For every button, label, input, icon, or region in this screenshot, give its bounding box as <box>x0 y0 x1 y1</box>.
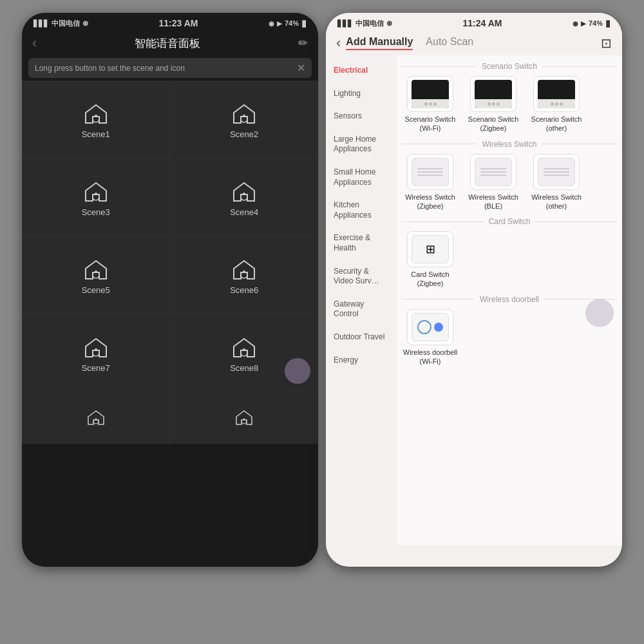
right-nav-bar: ‹ Add Manually Auto Scan ⊡ <box>326 31 622 55</box>
device-card-zigbee[interactable]: ⊞ Card Switch (Zigbee) <box>402 231 459 289</box>
scene7-icon <box>84 336 108 358</box>
divider-line-right <box>542 66 617 67</box>
category-small-home[interactable]: Small Home Appliances <box>326 161 397 194</box>
scene-cell-8[interactable]: Scene8 <box>171 314 319 392</box>
scenario-other-img <box>533 76 580 112</box>
edit-button[interactable]: ✏ <box>298 36 308 50</box>
scene5-icon <box>84 258 108 280</box>
wireless-other-img <box>533 154 580 190</box>
scenario-other-label: Scenario Switch (other) <box>528 115 585 133</box>
scene10-icon <box>235 409 253 428</box>
scene4-icon <box>232 180 256 202</box>
scenario-zigbee-bottom <box>475 99 512 108</box>
scenario-wifi-visual <box>412 80 449 108</box>
scene-cell-4[interactable]: Scene4 <box>171 158 319 236</box>
category-list: Electrical Lighting Sensors Large Home A… <box>326 55 397 545</box>
category-electrical[interactable]: Electrical <box>326 59 397 82</box>
ws-divider-right <box>542 144 617 144</box>
wireless-switch-label: Wireless Switch <box>482 140 537 149</box>
category-gateway[interactable]: Gateway Control <box>326 293 397 326</box>
svg-point-8 <box>95 419 97 421</box>
scene-grid: Scene1 Scene2 <box>22 80 318 444</box>
category-security[interactable]: Security & Video Surv… <box>326 260 397 293</box>
wireless-zigbee-label: Wireless Switch (Zigbee) <box>402 193 459 211</box>
device-panel: Scenario Switch <box>397 55 622 545</box>
right-battery-area: ◉ ▶ 74% ▮ <box>573 18 611 28</box>
wireless-ble-visual <box>475 158 512 186</box>
signal2-icon: ▶ <box>277 20 282 27</box>
svg-point-6 <box>95 348 97 351</box>
category-exercise[interactable]: Exercise & Health <box>326 227 397 260</box>
card-switch-label: Card Switch <box>489 217 531 226</box>
ws-line-8 <box>544 171 569 173</box>
screenshot-container: ▋▋▋ 中国电信 ⊛ 11:23 AM ◉ ▶ 74% ▮ ‹ 智能语音面板 ✏… <box>0 0 644 644</box>
scene-cell-6[interactable]: Scene6 <box>171 236 319 314</box>
sw-dot-6 <box>497 102 500 106</box>
svg-point-0 <box>95 115 97 117</box>
scene-cell-2[interactable]: Scene2 <box>171 80 319 158</box>
left-phone: ▋▋▋ 中国电信 ⊛ 11:23 AM ◉ ▶ 74% ▮ ‹ 智能语音面板 ✏… <box>22 13 318 567</box>
signal-icon-r: ▋▋▋ <box>337 20 353 27</box>
category-energy[interactable]: Energy <box>326 349 397 372</box>
back-button[interactable]: ‹ <box>32 35 37 52</box>
scene-cell-9[interactable] <box>22 392 170 444</box>
right-status-bar: ▋▋▋ 中国电信 ⊛ 11:24 AM ◉ ▶ 74% ▮ <box>326 13 622 31</box>
scan-button[interactable]: ⊡ <box>601 35 612 51</box>
scene-cell-1[interactable]: Scene1 <box>22 80 170 158</box>
location-icon: ◉ <box>269 20 274 27</box>
device-wireless-zigbee[interactable]: Wireless Switch (Zigbee) <box>402 154 459 211</box>
scenario-other-bottom <box>538 99 575 108</box>
device-scenario-other[interactable]: Scenario Switch (other) <box>528 76 585 133</box>
tab-add-manually[interactable]: Add Manually <box>346 36 413 50</box>
scene5-label: Scene5 <box>82 285 110 295</box>
category-outdoor[interactable]: Outdoor Travel <box>326 326 397 349</box>
scene4-label: Scene4 <box>230 207 258 217</box>
device-scenario-zigbee[interactable]: Scenario Switch (Zigbee) <box>465 76 522 133</box>
device-wireless-other[interactable]: Wireless Switch (other) <box>528 154 585 211</box>
sw-dot-9 <box>560 102 563 106</box>
svg-point-1 <box>243 115 245 117</box>
wireless-ble-label: Wireless Switch (BLE) <box>465 193 522 211</box>
right-time: 11:24 AM <box>463 18 502 28</box>
doorbell-outer-ring <box>417 320 431 334</box>
carrier-label: 中国电信 <box>52 19 80 28</box>
scene-cell-5[interactable]: Scene5 <box>22 236 170 314</box>
scene-cell-10[interactable] <box>171 392 319 444</box>
sw-dot-7 <box>551 102 554 106</box>
ws-line-3 <box>417 175 443 176</box>
left-battery-area: ◉ ▶ 74% ▮ <box>269 18 307 28</box>
hint-bar: Long press button to set the scene and i… <box>28 58 312 78</box>
right-main-content: Electrical Lighting Sensors Large Home A… <box>326 55 622 545</box>
scenario-other-visual <box>538 80 575 108</box>
svg-point-7 <box>243 348 245 351</box>
scene-cell-7[interactable]: Scene7 <box>22 314 170 392</box>
device-wireless-ble[interactable]: Wireless Switch (BLE) <box>465 154 522 211</box>
scene-cell-3[interactable]: Scene3 <box>22 158 170 236</box>
category-large-home[interactable]: Large Home Appliances <box>326 128 397 161</box>
device-doorbell-wifi[interactable]: Wireless doorbell (Wi-Fi) <box>402 309 459 366</box>
doorbell-inner-dot <box>434 323 443 332</box>
hint-close-button[interactable]: ✕ <box>297 62 305 74</box>
category-sensors[interactable]: Sensors <box>326 105 397 128</box>
device-scenario-wifi[interactable]: Scenario Switch (Wi-Fi) <box>402 76 459 133</box>
left-carrier: ▋▋▋ 中国电信 ⊛ <box>33 19 88 28</box>
category-kitchen[interactable]: Kitchen Appliances <box>326 194 397 227</box>
wd-divider-left <box>402 299 475 299</box>
right-touch-indicator <box>585 299 614 327</box>
card-icon: ⊞ <box>426 242 435 256</box>
category-lighting[interactable]: Lighting <box>326 82 397 106</box>
cs-divider-right <box>535 222 617 222</box>
scene1-icon <box>84 102 108 124</box>
scene2-icon <box>232 102 256 124</box>
svg-point-9 <box>243 419 245 421</box>
signal-icon: ▋▋▋ <box>33 20 49 27</box>
sw-dot-5 <box>492 102 495 106</box>
wireless-zigbee-visual <box>412 158 449 186</box>
scenario-switch-devices: Scenario Switch (Wi-Fi) <box>402 76 617 133</box>
svg-point-5 <box>243 270 245 273</box>
scenario-switch-section-header: Scenario Switch <box>402 62 617 71</box>
tab-auto-scan[interactable]: Auto Scan <box>426 36 473 50</box>
divider-line-left <box>402 66 477 67</box>
right-back-button[interactable]: ‹ <box>336 35 341 52</box>
scenario-zigbee-img <box>470 76 516 112</box>
